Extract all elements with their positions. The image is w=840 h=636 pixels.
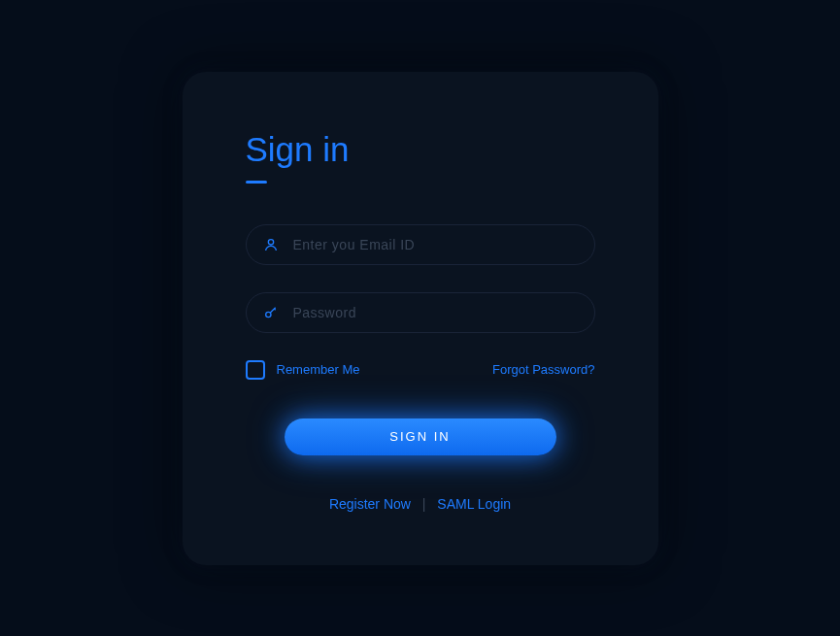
remember-me-checkbox[interactable] xyxy=(246,360,265,380)
key-icon xyxy=(263,305,279,320)
email-input-group xyxy=(246,224,595,265)
login-card: Sign in Remember Me Forgot Password? xyxy=(183,72,658,565)
remember-me-label[interactable]: Remember Me xyxy=(277,362,360,377)
page-title: Sign in xyxy=(246,130,595,169)
forgot-password-link[interactable]: Forgot Password? xyxy=(492,362,595,377)
register-now-link[interactable]: Register Now xyxy=(329,496,411,512)
remember-me-group: Remember Me xyxy=(246,360,360,380)
saml-login-link[interactable]: SAML Login xyxy=(437,496,511,512)
svg-point-1 xyxy=(265,312,270,317)
email-field[interactable] xyxy=(246,224,595,265)
password-field[interactable] xyxy=(246,292,595,333)
title-underline xyxy=(246,181,267,184)
password-input-group xyxy=(246,292,595,333)
sign-in-button[interactable]: SIGN IN xyxy=(285,418,556,455)
footer-links: Register Now | SAML Login xyxy=(246,496,595,512)
link-separator: | xyxy=(422,496,426,512)
user-icon xyxy=(263,237,279,252)
options-row: Remember Me Forgot Password? xyxy=(246,360,595,380)
svg-point-0 xyxy=(268,239,273,244)
